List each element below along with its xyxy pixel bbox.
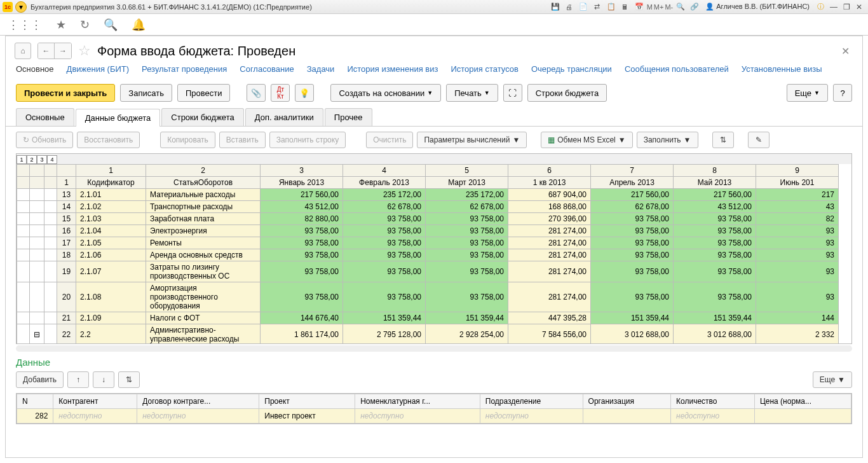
- favorite-icon[interactable]: ★: [56, 18, 66, 32]
- col-label-9[interactable]: Июнь 201: [756, 177, 839, 189]
- calc-params-button[interactable]: Параметры вычислений ▼: [417, 132, 527, 148]
- budget-lines-button[interactable]: Строки бюджета: [527, 84, 607, 102]
- info-icon[interactable]: ⓘ: [815, 1, 826, 13]
- grid-row[interactable]: 162.1.04Электроэнергия93 758,0093 758,00…: [17, 225, 839, 237]
- grid-row[interactable]: 212.1.09Налоги с ФОТ144 676,40151 359,44…: [17, 312, 839, 324]
- col-head-9[interactable]: 9: [756, 165, 839, 177]
- paste-button[interactable]: Вставить: [219, 132, 266, 148]
- col-label-2[interactable]: СтатьяОборотов: [146, 177, 261, 189]
- memory-m[interactable]: M: [647, 3, 653, 11]
- bell-icon[interactable]: 🔔: [132, 18, 146, 32]
- tab-budget-lines[interactable]: Строки бюджета: [161, 108, 243, 126]
- save-icon[interactable]: 💾: [550, 1, 561, 13]
- cell-project[interactable]: Инвест проект: [259, 409, 355, 424]
- memory-mplus[interactable]: M+: [654, 3, 664, 11]
- apps-icon[interactable]: ⋮⋮⋮: [8, 18, 42, 32]
- restore-button[interactable]: ❐: [841, 2, 852, 12]
- tab-budget-data[interactable]: Данные бюджета: [76, 109, 161, 127]
- link-visa-history[interactable]: История изменения виз: [347, 64, 438, 74]
- post-button[interactable]: Провести: [177, 84, 231, 102]
- grid-horizontal-scrollbar[interactable]: [16, 345, 852, 352]
- forward-button[interactable]: →: [55, 43, 71, 59]
- col-head-5[interactable]: 5: [426, 165, 508, 177]
- link-queue[interactable]: Очередь трансляции: [531, 64, 612, 74]
- link-icon[interactable]: 🔗: [689, 1, 700, 13]
- swap2-icon[interactable]: ⇅: [118, 371, 140, 388]
- more2-button[interactable]: Еще ▼: [813, 371, 852, 388]
- link-movements[interactable]: Движения (БИТ): [67, 64, 129, 74]
- close-window-button[interactable]: ✕: [853, 2, 865, 12]
- idea-icon[interactable]: 💡: [295, 84, 314, 102]
- col-head-2[interactable]: 2: [146, 165, 261, 177]
- attach-icon[interactable]: 📎: [247, 84, 266, 102]
- bottom-grid[interactable]: N Контрагент Договор контраге... Проект …: [17, 394, 851, 424]
- print-icon[interactable]: 🖨: [564, 1, 575, 13]
- cell-dept[interactable]: недоступно: [480, 409, 583, 424]
- cell-n[interactable]: 282: [17, 409, 53, 424]
- expand-icon[interactable]: ⛶: [503, 84, 522, 102]
- minimize-button[interactable]: —: [828, 2, 839, 12]
- cell-contract[interactable]: недоступно: [137, 409, 259, 424]
- link-approval[interactable]: Согласование: [240, 64, 294, 74]
- grid-row[interactable]: 182.1.06Аренда основных средств93 758,00…: [17, 249, 839, 261]
- col-head-3[interactable]: 3: [261, 165, 343, 177]
- col-label-8[interactable]: Май 2013: [674, 177, 756, 189]
- col-contragent[interactable]: Контрагент: [53, 394, 137, 409]
- write-button[interactable]: Записать: [120, 84, 172, 102]
- cell-org[interactable]: [583, 409, 670, 424]
- col-n[interactable]: N: [17, 394, 53, 409]
- budget-grid[interactable]: 1234567891КодификаторСтатьяОборотовЯнвар…: [17, 164, 839, 344]
- col-label-7[interactable]: Апрель 2013: [591, 177, 674, 189]
- grid-row[interactable]: 202.1.08Амортизация производственного об…: [17, 282, 839, 312]
- clear-button[interactable]: Очистить: [366, 132, 413, 148]
- col-org[interactable]: Организация: [583, 394, 670, 409]
- col-head-8[interactable]: 8: [674, 165, 756, 177]
- col-dept[interactable]: Подразделение: [480, 394, 583, 409]
- more-button[interactable]: Еще▼: [787, 84, 828, 102]
- edit-icon[interactable]: ✎: [748, 132, 770, 148]
- cell-nomen[interactable]: недоступно: [355, 409, 480, 424]
- add-button[interactable]: Добавить: [16, 371, 64, 388]
- col-label-0[interactable]: 1: [57, 177, 76, 189]
- col-head-7[interactable]: 7: [591, 165, 674, 177]
- copy-icon[interactable]: 📋: [606, 1, 617, 13]
- doc-icon[interactable]: 📄: [578, 1, 589, 13]
- create-based-button[interactable]: Создать на основании▼: [330, 84, 441, 102]
- col-label-5[interactable]: Март 2013: [426, 177, 508, 189]
- compare-icon[interactable]: ⇄: [592, 1, 603, 13]
- sheet-1[interactable]: 1: [17, 155, 27, 164]
- bottom-grid-wrap[interactable]: N Контрагент Договор контраге... Проект …: [16, 393, 852, 424]
- calc-icon[interactable]: 🖩: [620, 1, 631, 13]
- move-down-button[interactable]: ↓: [93, 371, 114, 388]
- col-nomen[interactable]: Номенклатурная г...: [355, 394, 480, 409]
- grid-row[interactable]: 142.1.02Транспортные расходы43 512,0062 …: [17, 201, 839, 213]
- link-main[interactable]: Основное: [16, 64, 54, 74]
- sheet-3[interactable]: 3: [37, 155, 47, 164]
- move-up-button[interactable]: ↑: [67, 371, 89, 388]
- help-button[interactable]: ?: [833, 84, 852, 102]
- cell-contragent[interactable]: недоступно: [53, 409, 137, 424]
- fill-button[interactable]: Заполнить ▼: [637, 132, 698, 148]
- spreadsheet[interactable]: 1 2 3 4 1234567891КодификаторСтатьяОборо…: [16, 153, 852, 344]
- col-head-0[interactable]: [57, 165, 76, 177]
- grid-row[interactable]: 172.1.05Ремонты93 758,0093 758,0093 758,…: [17, 237, 839, 249]
- fill-row-button[interactable]: Заполнить строку: [269, 132, 346, 148]
- sheet-4[interactable]: 4: [47, 155, 57, 164]
- col-label-6[interactable]: 1 кв 2013: [508, 177, 591, 189]
- col-head-6[interactable]: 6: [508, 165, 591, 177]
- print-button[interactable]: Печать▼: [446, 84, 498, 102]
- col-contract[interactable]: Договор контраге...: [137, 394, 259, 409]
- link-result[interactable]: Результат проведения: [142, 64, 227, 74]
- star-icon[interactable]: ☆: [78, 43, 91, 59]
- home-button[interactable]: ⌂: [15, 43, 31, 59]
- nav-dropdown-icon[interactable]: ▾: [15, 1, 27, 13]
- history-icon[interactable]: ↻: [80, 18, 90, 32]
- refresh-button[interactable]: ↻ Обновить: [16, 132, 73, 148]
- zoom-icon[interactable]: 🔍: [675, 1, 686, 13]
- swap-icon[interactable]: ⇅: [712, 132, 734, 148]
- tab-main[interactable]: Основные: [16, 108, 74, 126]
- cell-price[interactable]: [754, 409, 851, 424]
- search-icon[interactable]: 🔍: [104, 18, 118, 32]
- excel-button[interactable]: ▦ Обмен MS Excel ▼: [541, 132, 632, 148]
- link-messages[interactable]: Сообщения пользователей: [625, 64, 729, 74]
